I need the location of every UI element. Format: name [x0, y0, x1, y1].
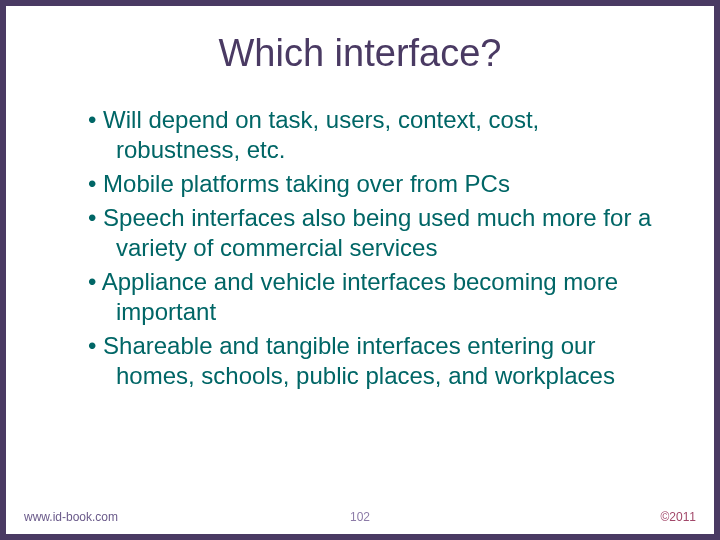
list-item: Appliance and vehicle interfaces becomin…: [56, 267, 664, 327]
footer-page-number: 102: [350, 510, 370, 524]
bullet-list: Will depend on task, users, context, cos…: [56, 105, 664, 391]
footer-copyright: ©2011: [660, 510, 696, 524]
footer-url: www.id-book.com: [24, 510, 118, 524]
slide-footer: www.id-book.com 102 ©2011: [12, 510, 708, 524]
slide-body: Will depend on task, users, context, cos…: [6, 105, 714, 391]
list-item: Shareable and tangible interfaces enteri…: [56, 331, 664, 391]
list-item: Speech interfaces also being used much m…: [56, 203, 664, 263]
list-item: Will depend on task, users, context, cos…: [56, 105, 664, 165]
slide-title: Which interface?: [6, 32, 714, 75]
list-item: Mobile platforms taking over from PCs: [56, 169, 664, 199]
slide-frame: Which interface? Will depend on task, us…: [0, 0, 720, 540]
